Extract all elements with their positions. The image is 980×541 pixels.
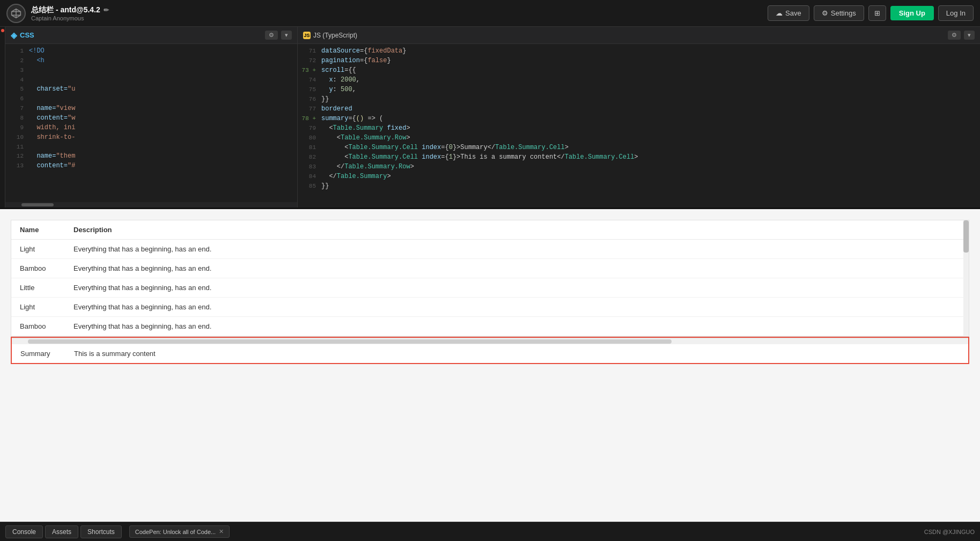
row-name: Bamboo <box>11 317 65 336</box>
save-button[interactable]: ☁ Save <box>768 5 809 21</box>
col-header-name: Name <box>11 220 65 240</box>
horizontal-scrollbar[interactable] <box>12 338 968 344</box>
assets-tab[interactable]: Assets <box>45 525 78 538</box>
table-scrollbar[interactable] <box>963 220 969 336</box>
csdn-label: CSDN @XJINGUO <box>924 529 975 535</box>
row-description: Everything that has a beginning, has an … <box>65 240 969 259</box>
css-collapse-button[interactable]: ▾ <box>281 31 292 40</box>
row-description: Everything that has a beginning, has an … <box>65 298 969 317</box>
shortcuts-tab[interactable]: Shortcuts <box>80 525 122 538</box>
codepen-close-button[interactable]: ✕ <box>219 528 224 535</box>
js-collapse-button[interactable]: ▾ <box>964 31 975 40</box>
editor-area: ◈ CSS ⚙ ▾ 1<!DO 2 <h 3 4 5 charset="u 6 … <box>0 27 980 209</box>
table-row: LightEverything that has a beginning, ha… <box>11 298 969 317</box>
js-panel-actions: ⚙ ▾ <box>948 31 975 40</box>
row-description: Everything that has a beginning, has an … <box>65 259 969 278</box>
row-name: Light <box>11 240 65 259</box>
scrollbar-thumb <box>963 220 969 253</box>
summary-label: Summary <box>12 344 65 363</box>
js-settings-button[interactable]: ⚙ <box>948 31 961 40</box>
table-row: BambooEverything that has a beginning, h… <box>11 259 969 278</box>
topbar: 总结栏 - antd@5.4.2 ✏ Captain Anonymous ☁ S… <box>0 0 980 27</box>
console-tab[interactable]: Console <box>5 525 43 538</box>
codepen-notification: CodePen: Unlock all of Code... ✕ <box>129 525 230 538</box>
js-panel: JS JS (TypeScript) ⚙ ▾ 71dataSource={fix… <box>298 27 980 207</box>
edit-icon[interactable]: ✏ <box>104 6 109 14</box>
col-header-description: Description <box>65 220 969 240</box>
css-panel-actions: ⚙ ▾ <box>265 31 292 40</box>
user-subtitle: Captain Anonymous <box>31 15 109 21</box>
topbar-title-area: 总结栏 - antd@5.4.2 ✏ Captain Anonymous <box>31 5 109 21</box>
topbar-actions: ☁ Save ⚙ Settings ⊞ Sign Up Log In <box>768 5 974 21</box>
js-panel-header: JS JS (TypeScript) ⚙ ▾ <box>298 27 980 44</box>
css-panel: ◈ CSS ⚙ ▾ 1<!DO 2 <h 3 4 5 charset="u 6 … <box>5 27 298 207</box>
sidebar-dot <box>1 29 4 32</box>
row-description: Everything that has a beginning, has an … <box>65 278 969 298</box>
app-title: 总结栏 - antd@5.4.2 ✏ <box>31 5 109 15</box>
content-area: Name Description LightEverything that ha… <box>0 209 980 522</box>
css-code-area[interactable]: 1<!DO 2 <h 3 4 5 charset="u 6 7 name="vi… <box>5 44 297 207</box>
table-row: LightEverything that has a beginning, ha… <box>11 240 969 259</box>
row-name: Light <box>11 298 65 317</box>
signup-button[interactable]: Sign Up <box>890 6 934 20</box>
cloud-icon: ☁ <box>776 9 783 17</box>
settings-button[interactable]: ⚙ Settings <box>814 5 864 21</box>
row-name: Little <box>11 278 65 298</box>
grid-button[interactable]: ⊞ <box>868 5 886 21</box>
summary-content: This is a summary content <box>65 344 968 363</box>
css-panel-header: ◈ CSS ⚙ ▾ <box>5 27 297 44</box>
table-row: LittleEverything that has a beginning, h… <box>11 278 969 298</box>
js-code-area[interactable]: 71dataSource={fixedData} 72pagination={f… <box>298 44 980 207</box>
css-badge: ◈ CSS <box>11 31 34 40</box>
app-logo <box>6 4 26 23</box>
summary-table: Summary This is a summary content <box>12 344 968 363</box>
login-button[interactable]: Log In <box>938 5 974 21</box>
horizontal-scrollbar-thumb <box>28 339 672 344</box>
summary-section: Summary This is a summary content <box>11 337 969 364</box>
table-row: BambooEverything that has a beginning, h… <box>11 317 969 336</box>
sidebar-strip <box>0 27 5 207</box>
gear-icon: ⚙ <box>822 9 828 17</box>
row-name: Bamboo <box>11 259 65 278</box>
css-settings-button[interactable]: ⚙ <box>265 31 278 40</box>
js-lang-badge: JS JS (TypeScript) <box>303 32 357 39</box>
bottom-bar: Console Assets Shortcuts CodePen: Unlock… <box>0 522 980 541</box>
row-description: Everything that has a beginning, has an … <box>65 317 969 336</box>
data-table: Name Description LightEverything that ha… <box>11 220 969 336</box>
